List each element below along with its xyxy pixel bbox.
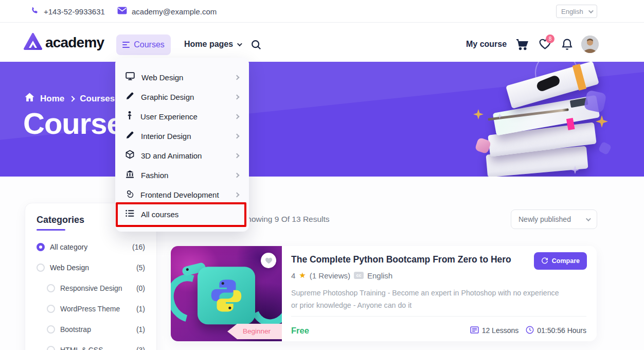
wishlist-button[interactable]: 8: [539, 38, 551, 52]
level-badge: Beginner: [227, 324, 282, 339]
category-html-css[interactable]: HTML & CSS (3): [47, 346, 145, 350]
compare-icon: [541, 257, 548, 266]
chevron-right-icon: [235, 192, 240, 197]
favorite-button[interactable]: [261, 253, 276, 268]
category-count: (16): [132, 243, 145, 251]
chevron-right-icon: [235, 153, 240, 158]
menu-item-label: Interior Design: [141, 132, 228, 141]
language-value: English: [561, 8, 583, 15]
compare-label: Compare: [552, 257, 580, 265]
chevron-right-icon: [235, 75, 240, 80]
sort-select[interactable]: Newly published: [511, 209, 597, 229]
pen-icon: [126, 92, 134, 102]
compare-button[interactable]: Compare: [534, 252, 587, 270]
brand-logo[interactable]: academy: [24, 33, 104, 52]
topbar: +143-52-9933631 academy@example.com Engl…: [0, 0, 644, 23]
rating-value: 4: [291, 271, 295, 280]
menu-item-label: 3D and Animation: [141, 151, 228, 160]
course-language: English: [367, 271, 392, 280]
duration-stat: 01:50:56 Hours: [526, 326, 586, 336]
category-label: WordPress Theme: [60, 305, 131, 313]
polyhedron-decoration: [598, 141, 612, 155]
menu-item-label: Graphic Design: [141, 93, 228, 101]
email-address: academy@example.com: [132, 7, 217, 16]
category-count: (5): [136, 264, 145, 272]
lessons-icon: [470, 326, 479, 335]
radio-icon[interactable]: [47, 284, 55, 292]
menu-lines-icon: [122, 42, 130, 48]
course-thumbnail[interactable]: Beginner: [171, 246, 282, 341]
radio-selected-icon[interactable]: [37, 243, 45, 251]
menu-item-web-design[interactable]: Web Design: [115, 67, 249, 87]
avatar[interactable]: [581, 36, 599, 53]
menu-item-graphic-design[interactable]: Graphic Design: [115, 87, 249, 107]
wishlist-count-badge: 8: [546, 34, 554, 43]
course-card[interactable]: Beginner The Complete Python Bootcamp Fr…: [171, 246, 597, 341]
chevron-right-icon: [235, 94, 240, 99]
radio-icon[interactable]: [37, 264, 45, 272]
notifications-button[interactable]: [561, 38, 573, 53]
home-icon[interactable]: [25, 93, 34, 104]
category-bootstrap[interactable]: Bootstrap (1): [47, 325, 145, 334]
categories-underline: [37, 229, 65, 231]
course-price: Free: [291, 326, 309, 336]
search-button[interactable]: [251, 39, 262, 52]
radio-icon[interactable]: [47, 346, 55, 350]
courses-dropdown-menu: Web Design Graphic Design User Experienc…: [115, 58, 249, 232]
breadcrumb-current: Courses: [80, 94, 115, 104]
pen-icon: [126, 131, 134, 142]
chevron-down-icon: [586, 216, 591, 221]
spiral-icon: [126, 189, 134, 200]
category-wordpress-theme[interactable]: WordPress Theme (1): [47, 305, 145, 313]
main-header: academy Courses Home pages My course 8: [0, 23, 644, 62]
nav-home-pages[interactable]: Home pages: [184, 40, 241, 49]
user-icon: [126, 111, 134, 122]
category-count: (0): [136, 284, 145, 292]
reviews-count: (1 Reviews): [310, 271, 350, 280]
menu-item-user-experience[interactable]: User Experience: [115, 107, 249, 126]
menu-item-frontend-development[interactable]: Frontend Development: [115, 185, 249, 204]
radio-icon[interactable]: [47, 325, 55, 334]
duration-text: 01:50:56 Hours: [537, 326, 586, 335]
menu-item-label: All courses: [141, 210, 239, 219]
menu-item-interior-design[interactable]: Interior Design: [115, 126, 249, 146]
nav-home-pages-label: Home pages: [184, 40, 233, 49]
logo-mark-icon: [24, 33, 42, 52]
email-contact[interactable]: academy@example.com: [117, 0, 217, 23]
menu-item-label: Web Design: [141, 73, 228, 82]
category-web-design[interactable]: Web Design (5): [37, 264, 145, 272]
cart-button[interactable]: [515, 38, 529, 52]
divider: [291, 316, 586, 317]
breadcrumb-home[interactable]: Home: [40, 94, 64, 104]
page: +143-52-9933631 academy@example.com Engl…: [0, 0, 644, 350]
category-all-category[interactable]: All category (16): [37, 243, 145, 251]
menu-item-label: User Experience: [140, 112, 228, 121]
phone-number: +143-52-9933631: [44, 7, 105, 16]
language-select[interactable]: English: [556, 5, 597, 18]
menu-item-3d-animation[interactable]: 3D and Animation: [115, 146, 249, 165]
polyhedron-decoration: [583, 90, 606, 113]
menu-item-all-courses[interactable]: All courses: [115, 204, 249, 224]
star-icon: [299, 271, 306, 280]
phone-icon: [30, 6, 39, 17]
radio-icon[interactable]: [47, 305, 55, 313]
category-count: (1): [136, 305, 145, 313]
phone-contact[interactable]: +143-52-9933631: [30, 0, 105, 23]
menu-item-fashion[interactable]: Fashion: [115, 165, 249, 185]
star-decoration: [473, 109, 484, 119]
my-course-link[interactable]: My course: [466, 40, 507, 49]
cube-icon: [126, 150, 134, 161]
course-details: The Complete Python Bootcamp From Zero t…: [282, 246, 597, 341]
sort-selected-value: Newly published: [518, 215, 571, 223]
category-count: (1): [136, 325, 145, 334]
python-logo: [198, 267, 255, 324]
monitor-icon: [126, 72, 135, 83]
closed-caption-icon: [354, 272, 364, 279]
category-label: Responsive Design: [60, 284, 131, 292]
course-title[interactable]: The Complete Python Bootcamp From Zero t…: [291, 254, 533, 265]
hero-banner: Home Courses Courses: [0, 62, 644, 177]
course-footer: Free 12 Lessons 01:50:56 Hours: [291, 322, 586, 339]
nav-courses-button[interactable]: Courses: [116, 34, 171, 55]
category-label: All category: [50, 243, 127, 251]
category-responsive-design[interactable]: Responsive Design (0): [47, 284, 145, 292]
